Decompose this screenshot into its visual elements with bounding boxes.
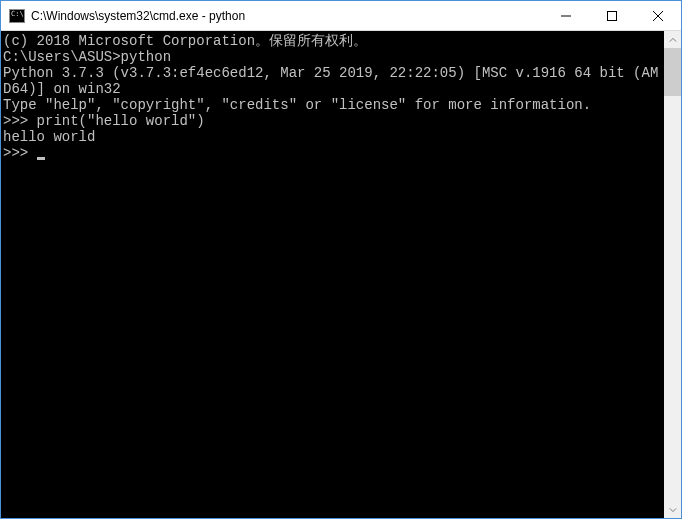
window-controls	[543, 1, 681, 30]
vertical-scrollbar[interactable]	[664, 31, 681, 518]
scroll-track[interactable]	[664, 48, 681, 501]
terminal-area: (c) 2018 Microsoft Corporation。保留所有权利。C:…	[1, 31, 681, 518]
svg-rect-1	[608, 11, 617, 20]
terminal-line: hello world	[3, 129, 664, 145]
cmd-icon	[9, 9, 25, 23]
terminal-line: C:\Users\ASUS>python	[3, 49, 664, 65]
close-icon	[653, 11, 663, 21]
scroll-thumb[interactable]	[664, 48, 681, 96]
terminal-line: Python 3.7.3 (v3.7.3:ef4ec6ed12, Mar 25 …	[3, 65, 664, 97]
terminal-line: >>> print("hello world")	[3, 113, 664, 129]
maximize-button[interactable]	[589, 1, 635, 30]
window-titlebar[interactable]: C:\Windows\system32\cmd.exe - python	[1, 1, 681, 31]
scroll-up-button[interactable]	[664, 31, 681, 48]
close-button[interactable]	[635, 1, 681, 30]
cursor	[37, 157, 45, 160]
minimize-icon	[561, 11, 571, 21]
terminal-output[interactable]: (c) 2018 Microsoft Corporation。保留所有权利。C:…	[1, 31, 664, 518]
minimize-button[interactable]	[543, 1, 589, 30]
maximize-icon	[607, 11, 617, 21]
scroll-down-button[interactable]	[664, 501, 681, 518]
terminal-line: Type "help", "copyright", "credits" or "…	[3, 97, 664, 113]
chevron-up-icon	[669, 36, 677, 44]
terminal-line: (c) 2018 Microsoft Corporation。保留所有权利。	[3, 33, 664, 49]
terminal-line: >>>	[3, 145, 664, 161]
window-title: C:\Windows\system32\cmd.exe - python	[31, 9, 543, 23]
chevron-down-icon	[669, 506, 677, 514]
